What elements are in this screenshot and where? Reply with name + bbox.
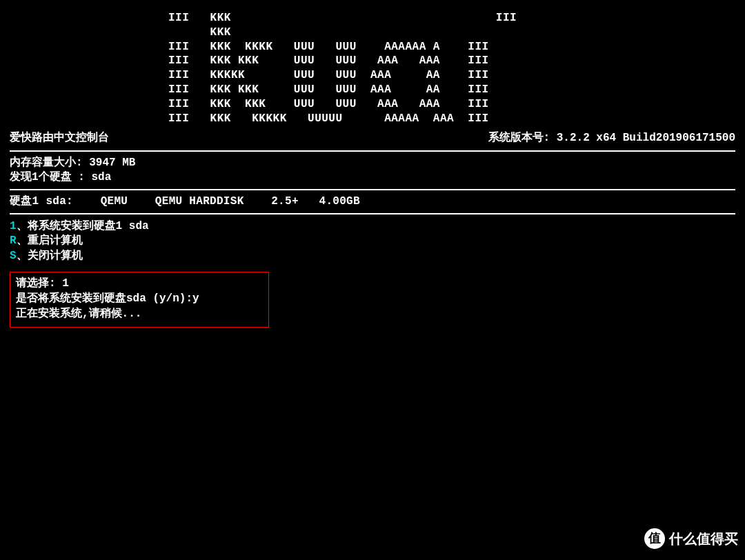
- menu-label: 关闭计算机: [28, 250, 83, 262]
- menu-label: 将系统安装到硬盘1 sda: [28, 220, 149, 232]
- divider: [10, 189, 735, 190]
- terminal-screen: III KKK III KKK III KKK KKKK UUU UUU AAA…: [0, 0, 745, 333]
- menu-key: 1: [10, 220, 17, 232]
- installing-text: 正在安装系统,请稍候...: [16, 308, 141, 320]
- memory-line: 内存容量大小: 3947 MB: [10, 156, 735, 170]
- menu-item-shutdown[interactable]: S、关闭计算机: [10, 249, 735, 264]
- disk-rev: 2.5+: [271, 195, 299, 208]
- menu-sep: 、: [17, 250, 28, 262]
- menu-key: R: [10, 234, 17, 247]
- disk-vendor: QEMU: [101, 195, 128, 208]
- ascii-logo: III KKK III KKK III KKK KKKK UUU UUU AAA…: [10, 6, 735, 130]
- version-label: 系统版本号:: [488, 132, 550, 144]
- divider: [10, 150, 735, 152]
- prompt-select-label: 请选择:: [16, 277, 56, 290]
- menu-sep: 、: [17, 234, 28, 247]
- disk-found-line: 发现1个硬盘 : sda: [10, 170, 735, 185]
- watermark-text: 什么值得买: [669, 530, 738, 548]
- prompt-confirm-label: 是否将系统安装到硬盘sda (y/n):: [16, 292, 192, 305]
- watermark-badge-icon: 值: [644, 528, 665, 549]
- memory-value: 3947 MB: [89, 157, 135, 169]
- prompt-select-line[interactable]: 请选择: 1: [16, 277, 263, 292]
- watermark: 值 什么值得买: [644, 528, 738, 549]
- prompt-select-value: 1: [62, 277, 69, 290]
- menu-item-install[interactable]: 1、将系统安装到硬盘1 sda: [10, 219, 735, 234]
- menu-item-reboot[interactable]: R、重启计算机: [10, 234, 735, 249]
- disk-found-value: sda: [91, 171, 111, 183]
- prompt-confirm-value: y: [192, 292, 199, 305]
- menu-label: 重启计算机: [28, 234, 83, 247]
- version-info: 系统版本号: 3.2.2 x64 Build201906171500: [488, 131, 735, 146]
- prompt-highlight-box: 请选择: 1 是否将系统安装到硬盘sda (y/n):y 正在安装系统,请稍候.…: [10, 272, 269, 328]
- disk-model: QEMU HARDDISK: [155, 195, 244, 208]
- console-title: 爱快路由中文控制台: [10, 131, 109, 146]
- disk-label: 硬盘1 sda:: [10, 195, 73, 208]
- menu-key: S: [10, 250, 17, 262]
- menu-sep: 、: [17, 220, 28, 232]
- disk-found-label: 发现1个硬盘 :: [10, 171, 85, 183]
- memory-label: 内存容量大小:: [10, 157, 83, 169]
- divider: [10, 213, 735, 214]
- disk-details: 硬盘1 sda: QEMU QEMU HARDDISK 2.5+ 4.00GB: [10, 192, 735, 211]
- version-value: 3.2.2 x64 Build201906171500: [557, 132, 735, 144]
- menu: 1、将系统安装到硬盘1 sda R、重启计算机 S、关闭计算机: [10, 217, 735, 267]
- header-line: 爱快路由中文控制台 系统版本号: 3.2.2 x64 Build20190617…: [10, 130, 735, 148]
- prompt-confirm-line[interactable]: 是否将系统安装到硬盘sda (y/n):y: [16, 292, 263, 307]
- prompt-installing-line: 正在安装系统,请稍候...: [16, 307, 263, 322]
- disk-size: 4.00GB: [319, 195, 360, 208]
- system-info: 内存容量大小: 3947 MB 发现1个硬盘 : sda: [10, 154, 735, 187]
